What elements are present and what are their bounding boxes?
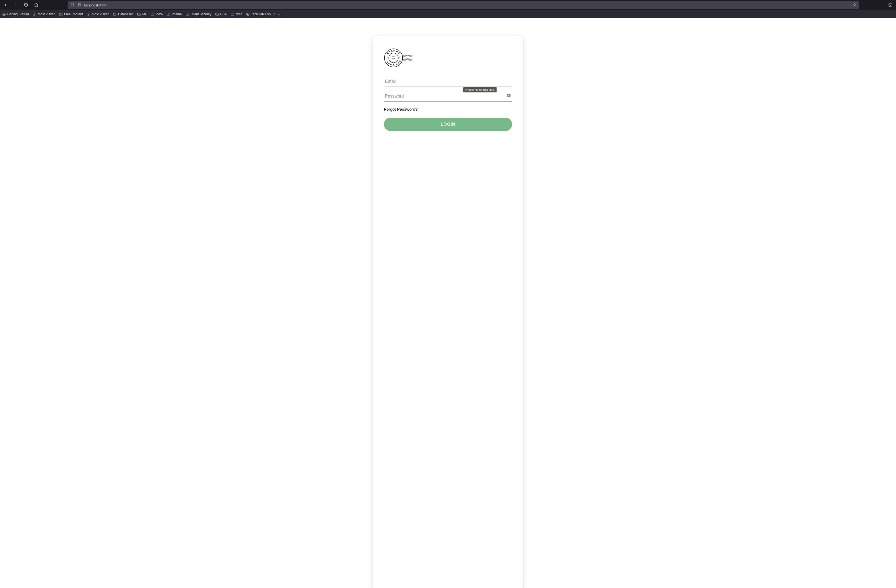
gear-icon [33,12,37,16]
folder-icon [167,12,170,16]
password-manager-icon[interactable] [507,94,510,97]
folder-icon [215,12,219,16]
folder-icon [113,12,117,16]
bookmark-label: Most Visited [92,12,109,16]
folder-icon [151,12,154,16]
nav-controls [2,3,40,8]
back-button[interactable] [3,3,8,8]
url-host: localhost [84,3,98,7]
url-text: localhost:8080 [84,3,849,7]
bookmark-item[interactable]: PWA [151,12,163,16]
bookmark-label: Misc [236,12,242,16]
browser-chrome: localhost:8080 Getting StartedMost Visit… [0,0,896,18]
bookmark-star-button[interactable] [852,2,856,8]
folder-icon [230,12,234,16]
page-info-icon[interactable] [78,3,82,8]
bookmark-label: Tech Talks Vol. 11 –… [251,12,283,16]
globe-icon [246,12,250,16]
url-port: :8080 [98,3,107,7]
forward-button[interactable] [14,3,18,8]
bookmark-label: Getting Started [7,12,29,16]
svg-text:2016: 2016 [392,58,395,59]
password-group [384,91,512,102]
svg-text:EST.: EST. [392,56,395,57]
bookmark-item[interactable]: Most Visited [87,12,109,16]
bookmark-label: Free Content [64,12,83,16]
bookmark-item[interactable]: Client Security [185,12,211,16]
bookmark-item[interactable]: Misc [230,12,242,16]
reload-button[interactable] [24,3,29,8]
bookmark-label: Client Security [190,12,211,16]
bookmark-label: ML [142,12,147,16]
pocket-button[interactable] [887,3,894,8]
email-field[interactable] [384,76,512,87]
bookmarks-bar: Getting StartedMost VisitedFree ContentM… [0,10,896,18]
bookmark-label: Prisma [172,12,181,16]
svg-point-2 [34,14,35,15]
svg-point-11 [387,58,388,58]
bookmark-item[interactable]: Databases [113,12,133,16]
folder-icon [185,12,189,16]
forgot-password-link[interactable]: Forgot Password? [384,107,512,112]
svg-point-12 [399,58,400,58]
bookmark-label: Databases [118,12,133,16]
svg-rect-0 [78,3,81,6]
bookmark-item[interactable]: Free Content [59,12,83,16]
svg-point-3 [88,14,89,15]
stamps-for-good-logo: STAMPS FOR GOOD EST. 2016 [384,48,416,69]
page-content: STAMPS FOR GOOD EST. 2016 [0,18,896,588]
url-bar[interactable]: localhost:8080 [68,1,859,9]
globe-icon [2,12,6,16]
gear-icon [87,12,90,16]
folder-icon [59,12,63,16]
shield-icon[interactable] [70,3,74,8]
login-button[interactable]: LOGIN [384,118,512,131]
folder-icon [137,12,141,16]
logo: STAMPS FOR GOOD EST. 2016 [384,48,512,69]
bookmark-item[interactable]: Prisma [167,12,181,16]
bookmark-item[interactable]: DSA [215,12,227,16]
login-card: STAMPS FOR GOOD EST. 2016 [373,36,523,588]
browser-toolbar: localhost:8080 [0,0,896,10]
url-prefix-icons [70,3,82,8]
bookmark-label: Most Visited [38,12,55,16]
home-button[interactable] [34,3,39,8]
bookmark-item[interactable]: Most Visited [33,12,55,16]
email-group: Please fill out this field. [384,76,512,87]
bookmark-item[interactable]: ML [137,12,147,16]
bookmark-label: PWA [155,12,163,16]
bookmark-item[interactable]: Tech Talks Vol. 11 –… [246,12,283,16]
password-field[interactable] [384,91,512,102]
bookmark-item[interactable]: Getting Started [2,12,29,16]
bookmark-label: DSA [220,12,227,16]
